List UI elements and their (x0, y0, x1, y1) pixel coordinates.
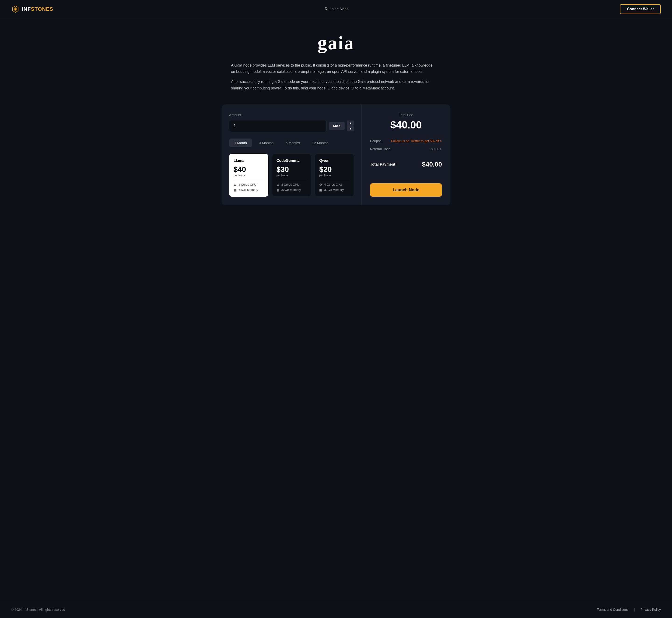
stepper-down[interactable]: ▼ (347, 126, 354, 131)
node-price-sub-qwen: per Node (319, 174, 350, 177)
memory-icon-qwen: ▦ (319, 188, 322, 192)
node-card-llama[interactable]: Llama $40 per Node ⚙ 8 Cores CPU ▦ 64GB … (229, 154, 268, 197)
footer-links: Terms and Conditions | Privacy Policy (597, 608, 661, 611)
pricing-left: Amount MAX ▲ ▼ 1 Month 3 Months 6 Months… (222, 104, 362, 205)
node-cards: Llama $40 per Node ⚙ 8 Cores CPU ▦ 64GB … (229, 154, 354, 197)
pricing-panel: Amount MAX ▲ ▼ 1 Month 3 Months 6 Months… (222, 104, 450, 205)
logo: INFSTONES (11, 5, 53, 13)
node-name-codegemma: CodeGemma (276, 159, 307, 163)
logo-icon (11, 5, 20, 13)
connect-wallet-button[interactable]: Connect Wallet (620, 4, 661, 14)
referral-value[interactable]: -$0.00 > (430, 147, 442, 151)
node-price-qwen: $20 (319, 165, 350, 174)
svg-point-0 (15, 8, 16, 10)
node-spec-mem-llama: ▦ 64GB Memory (234, 188, 264, 192)
privacy-link[interactable]: Privacy Policy (641, 608, 661, 611)
amount-input[interactable] (229, 120, 327, 132)
total-payment-amount: $40.00 (422, 161, 442, 168)
stepper-up[interactable]: ▲ (347, 120, 354, 126)
memory-icon-codegemma: ▦ (276, 188, 280, 192)
total-payment-row: Total Payment: $40.00 (370, 161, 442, 168)
coupon-row: Coupon: Follow us on Twitter to get 5% o… (370, 139, 442, 143)
node-name-qwen: Qwen (319, 159, 350, 163)
node-spec-mem-codegemma: ▦ 32GB Memory (276, 188, 307, 192)
total-fee-amount: $40.00 (370, 119, 442, 131)
cpu-icon-codegemma: ⚙ (276, 183, 280, 187)
total-payment-label: Total Payment: (370, 162, 397, 167)
node-specs-codegemma: ⚙ 8 Cores CPU ▦ 32GB Memory (276, 183, 307, 192)
footer: © 2024 InfStones | All rights reserved T… (0, 601, 672, 618)
footer-copyright: © 2024 InfStones | All rights reserved (11, 608, 65, 611)
pricing-right: Total Fee $40.00 Coupon: Follow us on Tw… (362, 104, 450, 205)
tab-3-months[interactable]: 3 Months (254, 138, 279, 147)
node-price-sub-codegemma: per Node (276, 174, 307, 177)
description-2: After successfully running a Gaia node o… (231, 79, 441, 91)
month-tabs: 1 Month 3 Months 6 Months 12 Months (229, 138, 354, 147)
memory-icon-llama: ▦ (234, 188, 237, 192)
terms-link[interactable]: Terms and Conditions (597, 608, 628, 611)
node-price-llama: $40 (234, 165, 264, 174)
tab-12-months[interactable]: 12 Months (307, 138, 334, 147)
total-fee-label: Total Fee (370, 113, 442, 117)
gaia-logo-text: gaia (317, 32, 355, 54)
node-card-codegemma[interactable]: CodeGemma $30 per Node ⚙ 8 Cores CPU ▦ 3… (272, 154, 311, 197)
nav-running-node[interactable]: Running Node (325, 7, 349, 11)
footer-divider: | (634, 608, 635, 611)
tab-6-months[interactable]: 6 Months (280, 138, 305, 147)
launch-node-button[interactable]: Launch Node (370, 183, 442, 197)
node-price-codegemma: $30 (276, 165, 307, 174)
coupon-link[interactable]: Follow us on Twitter to get 5% off > (391, 139, 442, 143)
node-spec-cpu-llama: ⚙ 8 Cores CPU (234, 183, 264, 187)
node-name-llama: Llama (234, 159, 264, 163)
referral-row: Referral Code: -$0.00 > (370, 147, 442, 151)
coupon-label: Coupon: (370, 139, 382, 143)
node-spec-cpu-qwen: ⚙ 4 Cores CPU (319, 183, 350, 187)
amount-row: MAX ▲ ▼ (229, 120, 354, 132)
gaia-logo-container: gaia (317, 32, 355, 54)
stepper: ▲ ▼ (347, 120, 354, 131)
node-spec-mem-qwen: ▦ 32GB Memory (319, 188, 350, 192)
logo-text: INFSTONES (22, 6, 53, 12)
node-spec-cpu-codegemma: ⚙ 8 Cores CPU (276, 183, 307, 187)
node-price-sub-llama: per Node (234, 174, 264, 177)
max-button[interactable]: MAX (329, 122, 345, 130)
node-specs-qwen: ⚙ 4 Cores CPU ▦ 32GB Memory (319, 183, 350, 192)
node-specs-llama: ⚙ 8 Cores CPU ▦ 64GB Memory (234, 183, 264, 192)
tab-1-month[interactable]: 1 Month (229, 138, 252, 147)
cpu-icon: ⚙ (234, 183, 237, 187)
amount-label: Amount (229, 113, 354, 117)
description-1: A Gaia node provides LLM services to the… (231, 62, 441, 75)
node-card-qwen[interactable]: Qwen $20 per Node ⚙ 4 Cores CPU ▦ 32GB M… (315, 154, 354, 197)
cpu-icon-qwen: ⚙ (319, 183, 322, 187)
referral-label: Referral Code: (370, 147, 391, 151)
